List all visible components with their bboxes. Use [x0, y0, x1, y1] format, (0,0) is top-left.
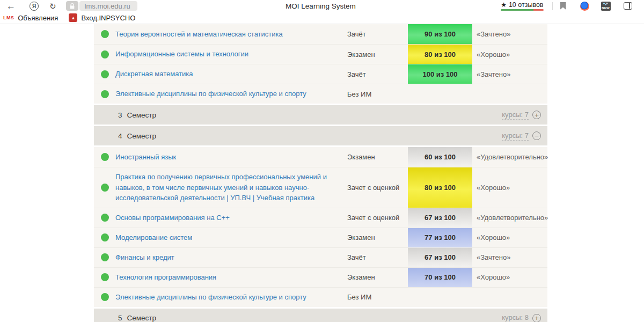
toolbar-right-cluster: ★ 10 отзывов NEW ↓: [500, 0, 644, 12]
course-link[interactable]: Элективные дисциплины по физической куль…: [115, 288, 347, 307]
table-row: Финансы и кредит Зачёт 67 из 100 «Зачтен…: [94, 247, 547, 267]
assessment-type: Зачет с оценкой: [347, 214, 408, 222]
course-link[interactable]: Иностранный язык: [115, 148, 347, 167]
grades-table: Теория вероятностей и математическая ста…: [94, 24, 547, 322]
lms-favicon: LMS: [3, 15, 14, 20]
score-cell: 80 из 100: [408, 45, 472, 64]
course-link[interactable]: Практика по получению первичных професси…: [115, 167, 347, 208]
reviews-count-label: 10 отзывов: [509, 1, 544, 9]
semester-header-row: 3 Семестр курсы: 7 +: [94, 105, 547, 125]
table-row: Основы программирования на C++ Зачет с о…: [94, 208, 547, 228]
grade-label: «Зачтено»: [477, 70, 510, 78]
grade-label: «Удовлетворительно»: [477, 214, 548, 222]
score-cell: 90 из 100: [408, 24, 472, 44]
grade-label: «Хорошо»: [477, 50, 510, 58]
score-cell: [408, 84, 472, 104]
toolbar-divider: [552, 2, 553, 10]
score-cell: 67 из 100: [408, 208, 472, 228]
bookmark-label: Объявления: [18, 14, 58, 22]
semester-label: Семестр: [127, 132, 157, 140]
bookmark-announcements[interactable]: LMS Объявления: [3, 14, 58, 22]
url-field[interactable]: lms.moi.edu.ru: [79, 1, 137, 11]
rating-bar: [501, 9, 543, 11]
bookmark-flag-icon[interactable]: [560, 2, 566, 10]
status-dot-icon: [101, 273, 109, 281]
assessment-type: Экзамен: [347, 273, 408, 281]
sidebar-panel-icon[interactable]: [624, 2, 632, 10]
table-row: Моделирование систем Экзамен 77 из 100 «…: [94, 228, 547, 247]
bookmarks-bar: LMS Объявления ▲ Вход.INPSYCHO: [0, 12, 644, 24]
status-dot-icon: [101, 253, 109, 261]
status-dot-icon: [101, 293, 109, 301]
page-content: Теория вероятностей и математическая ста…: [0, 24, 644, 322]
grade-label: «Хорошо»: [477, 184, 510, 192]
course-link[interactable]: Основы программирования на C++: [115, 208, 347, 228]
score-cell: 60 из 100: [408, 147, 472, 167]
assessment-type: Экзамен: [347, 50, 408, 58]
table-row: Информационные системы и технологии Экза…: [94, 44, 547, 64]
table-row: Технология программирования Экзамен 70 и…: [94, 267, 547, 287]
course-link[interactable]: Финансы и кредит: [115, 248, 347, 267]
course-link[interactable]: Информационные системы и технологии: [115, 45, 347, 64]
assessment-type: Зачёт: [347, 30, 408, 38]
courses-count-link[interactable]: курсы: 7: [502, 131, 529, 141]
reviews-rating[interactable]: ★ 10 отзывов: [500, 1, 544, 11]
new-feature-icon[interactable]: NEW: [601, 2, 611, 11]
status-dot-icon: [101, 30, 109, 38]
table-row: Практика по получению первичных професси…: [94, 167, 547, 208]
assessment-type: Зачёт: [347, 253, 408, 261]
lock-icon[interactable]: [66, 1, 78, 11]
assessment-type: Без ИМ: [347, 90, 408, 98]
semester-label: Семестр: [127, 314, 157, 322]
grade-label: «Зачтено»: [477, 30, 510, 38]
address-bar[interactable]: lms.moi.edu.ru: [66, 1, 137, 11]
semester-header-row: 5 Семестр курсы: 8 +: [94, 309, 547, 322]
expand-toggle-icon[interactable]: +: [532, 111, 541, 119]
collapse-toggle-icon[interactable]: −: [532, 131, 541, 140]
semester-number: 5: [118, 314, 122, 322]
assessment-type: Без ИМ: [347, 293, 408, 301]
score-cell: 100 из 100: [408, 64, 472, 84]
page-title: MOI Learning System: [286, 2, 356, 10]
score-cell: 67 из 100: [408, 248, 472, 267]
table-row: Элективные дисциплины по физической куль…: [94, 84, 547, 104]
courses-count-link[interactable]: курсы: 8: [502, 313, 529, 322]
pyramid-favicon: ▲: [69, 13, 77, 22]
table-row: Элективные дисциплины по физической куль…: [94, 287, 547, 307]
status-dot-icon: [101, 50, 109, 58]
new-badge-label: NEW: [602, 6, 610, 11]
courses-count-link[interactable]: курсы: 7: [502, 111, 529, 120]
assessment-type: Зачёт: [347, 70, 408, 78]
status-dot-icon: [101, 90, 109, 98]
course-link[interactable]: Теория вероятностей и математическая ста…: [115, 25, 347, 44]
course-link[interactable]: Моделирование систем: [115, 228, 347, 247]
extension-orb-icon[interactable]: [580, 2, 589, 11]
status-dot-icon: [101, 214, 109, 222]
semester-label: Семестр: [127, 111, 157, 119]
score-cell: 77 из 100: [408, 228, 472, 247]
back-button[interactable]: ←: [6, 2, 16, 11]
assessment-type: Зачет с оценкой: [347, 184, 408, 192]
yandex-icon[interactable]: Я: [30, 2, 39, 11]
expand-toggle-icon[interactable]: +: [532, 314, 541, 322]
score-cell: 80 из 100: [408, 167, 472, 208]
grade-label: «Удовлетворительно»: [477, 153, 548, 161]
assessment-type: Экзамен: [347, 233, 408, 241]
semester-number: 3: [118, 111, 122, 119]
browser-toolbar: ← Я ↻ lms.moi.edu.ru MOI Learning System…: [0, 0, 644, 12]
semester-number: 4: [118, 132, 122, 140]
table-row: Иностранный язык Экзамен 60 из 100 «Удов…: [94, 147, 547, 167]
semester-header-row: 4 Семестр курсы: 7 −: [94, 126, 547, 145]
score-cell: [408, 288, 472, 307]
score-cell: 70 из 100: [408, 268, 472, 287]
grade-label: «Хорошо»: [477, 233, 510, 241]
table-row: Теория вероятностей и математическая ста…: [94, 24, 547, 44]
course-link[interactable]: Технология программирования: [115, 268, 347, 287]
course-link[interactable]: Дискретная математика: [115, 64, 347, 84]
grade-label: «Зачтено»: [477, 253, 510, 261]
refresh-button[interactable]: ↻: [49, 2, 56, 10]
status-dot-icon: [101, 233, 109, 241]
course-link[interactable]: Элективные дисциплины по физической куль…: [115, 84, 347, 104]
grade-label: «Хорошо»: [477, 273, 510, 281]
bookmark-entry[interactable]: ▲ Вход.INPSYCHO: [69, 13, 135, 22]
